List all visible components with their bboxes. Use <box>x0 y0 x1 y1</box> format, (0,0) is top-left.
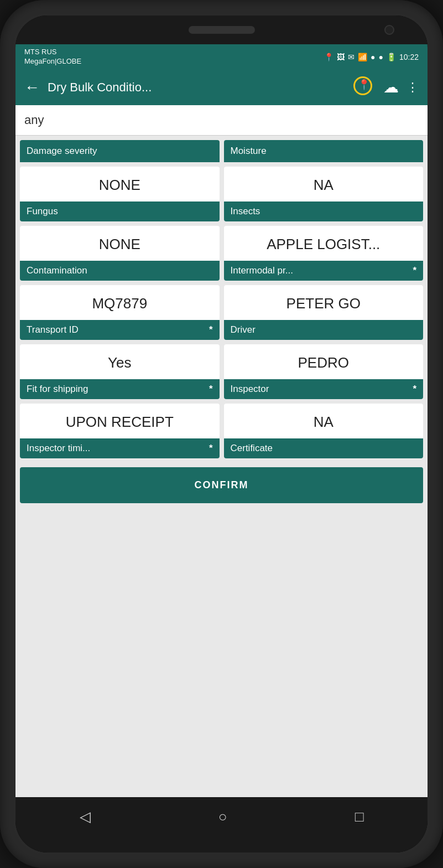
main-content: any Damage severity Moisture NONE <box>15 105 428 797</box>
toolbar-title: Dry Bulk Conditio... <box>48 80 346 95</box>
fungus-label: Fungus <box>20 202 220 221</box>
inspector-timing-value: UPON RECEIPT <box>20 404 220 438</box>
transport-id-label: Transport ID * <box>20 320 220 340</box>
field-transport-id[interactable]: MQ7879 Transport ID * <box>20 285 220 340</box>
driver-value: PETER GO <box>224 285 424 320</box>
row-transport-driver: MQ7879 Transport ID * PETER GO Driver <box>20 285 423 340</box>
fit-shipping-label: Fit for shipping * <box>20 379 220 399</box>
phone-top-bar <box>15 16 428 44</box>
row-fungus-insects: NONE Fungus NA Insects <box>20 167 423 221</box>
phone-bottom-bar <box>15 836 428 852</box>
status-carrier: MTS RUS MegaFon|GLOBE <box>24 48 81 66</box>
image-notify-icon: 🖼 <box>337 53 345 61</box>
back-nav-button[interactable]: ◁ <box>80 808 91 825</box>
field-contamination[interactable]: NONE Contamination <box>20 226 220 281</box>
bottom-nav: ◁ ○ □ <box>15 797 428 836</box>
back-button[interactable]: ← <box>24 79 40 96</box>
cloud-sync-icon[interactable]: ☁ <box>383 78 399 96</box>
fit-shipping-value: Yes <box>20 344 220 379</box>
col-header-moisture: Moisture <box>224 140 424 162</box>
inspector-timing-label: Inspector timi... * <box>20 438 220 458</box>
field-intermodal[interactable]: APPLE LOGIST... Intermodal pr... * <box>224 226 424 281</box>
signal-icon1: ● <box>371 53 375 61</box>
field-inspector-timing[interactable]: UPON RECEIPT Inspector timi... * <box>20 404 220 458</box>
clock: 10:22 <box>399 53 419 61</box>
field-driver[interactable]: PETER GO Driver <box>224 285 424 340</box>
signal-icon2: ● <box>378 53 383 61</box>
intermodal-label: Intermodal pr... * <box>224 261 424 281</box>
contamination-value: NONE <box>20 226 220 261</box>
inspector-label: Inspector * <box>224 379 424 399</box>
wifi-icon: 📶 <box>358 53 367 61</box>
email-notify-icon: ✉ <box>348 53 355 61</box>
location-timer-icon[interactable]: 📍 <box>353 76 376 99</box>
insects-label: Insects <box>224 202 424 221</box>
app-toolbar: ← Dry Bulk Conditio... 📍 ☁ ⋮ <box>15 70 428 105</box>
transport-required: * <box>209 324 213 335</box>
fields-grid: NONE Fungus NA Insects <box>15 162 428 463</box>
more-options-icon[interactable]: ⋮ <box>406 80 419 95</box>
battery-icon: 🔋 <box>387 53 396 61</box>
fungus-value: NONE <box>20 167 220 202</box>
carrier-name2: MegaFon|GLOBE <box>24 57 81 66</box>
field-insects[interactable]: NA Insects <box>224 167 424 221</box>
intermodal-required: * <box>413 265 416 276</box>
phone-speaker <box>189 26 255 34</box>
insects-value: NA <box>224 167 424 202</box>
search-value: any <box>24 113 44 127</box>
field-fit-shipping[interactable]: Yes Fit for shipping * <box>20 344 220 399</box>
row-timing-certificate: UPON RECEIPT Inspector timi... * NA Cert… <box>20 404 423 458</box>
certificate-label: Certificate <box>224 438 424 458</box>
search-filter[interactable]: any <box>15 105 428 136</box>
field-fungus[interactable]: NONE Fungus <box>20 167 220 221</box>
contamination-label: Contamination <box>20 261 220 281</box>
field-inspector[interactable]: PEDRO Inspector * <box>224 344 424 399</box>
recents-nav-button[interactable]: □ <box>355 808 364 825</box>
toolbar-icons: 📍 ☁ ⋮ <box>353 76 419 99</box>
col-header-damage: Damage severity <box>20 140 220 162</box>
inspector-required: * <box>413 384 416 395</box>
phone-screen: MTS RUS MegaFon|GLOBE 📍 🖼 ✉ 📶 ● ● 🔋 10:2… <box>15 16 428 852</box>
phone-frame: MTS RUS MegaFon|GLOBE 📍 🖼 ✉ 📶 ● ● 🔋 10:2… <box>0 0 443 868</box>
intermodal-value: APPLE LOGIST... <box>224 226 424 261</box>
row-fit-inspector: Yes Fit for shipping * PEDRO Inspector <box>20 344 423 399</box>
status-icons: 📍 🖼 ✉ 📶 ● ● 🔋 10:22 <box>324 53 419 61</box>
timing-required: * <box>209 443 213 454</box>
row-contamination-intermodal: NONE Contamination APPLE LOGIST... Inter… <box>20 226 423 281</box>
home-nav-button[interactable]: ○ <box>218 808 227 825</box>
status-bar: MTS RUS MegaFon|GLOBE 📍 🖼 ✉ 📶 ● ● 🔋 10:2… <box>15 44 428 70</box>
driver-label: Driver <box>224 320 424 340</box>
phone-camera <box>384 25 394 35</box>
transport-id-value: MQ7879 <box>20 285 220 320</box>
field-certificate[interactable]: NA Certificate <box>224 404 424 458</box>
confirm-button[interactable]: CONFIRM <box>20 467 423 503</box>
carrier-name: MTS RUS <box>24 48 81 57</box>
inspector-value: PEDRO <box>224 344 424 379</box>
certificate-value: NA <box>224 404 424 438</box>
location-notify-icon: 📍 <box>324 53 333 61</box>
fit-required: * <box>209 384 213 395</box>
